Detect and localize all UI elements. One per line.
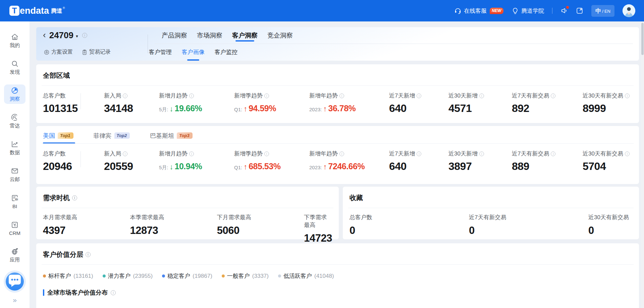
info-icon[interactable]: i bbox=[86, 252, 91, 257]
subtab-customer-management[interactable]: 客户管理 bbox=[149, 44, 172, 61]
info-icon[interactable]: i bbox=[339, 151, 344, 156]
legend-label: 标杆客户 bbox=[48, 272, 71, 280]
country-tab-usa[interactable]: 美国 Top1 bbox=[43, 132, 73, 143]
trend-value: Q1: ↑ 685.53% bbox=[234, 162, 309, 171]
plan-info-icon[interactable]: i bbox=[82, 33, 87, 38]
subtab-customer-profile[interactable]: 客户画像 bbox=[182, 44, 205, 61]
stat-label-text: 下季需求最高 bbox=[304, 213, 332, 229]
stat-label-text: 新入局 bbox=[104, 92, 121, 100]
stat-label-text: 本月需求最高 bbox=[43, 213, 77, 221]
sidebar-item-apps[interactable]: 应用 bbox=[4, 245, 25, 265]
sidebar-item-insight[interactable]: 洞察 bbox=[4, 84, 25, 104]
sidebar-collapse-toggle[interactable]: » bbox=[13, 296, 17, 303]
stat-fav-total: 总客户数 0 bbox=[350, 213, 469, 237]
info-icon[interactable]: i bbox=[264, 151, 269, 156]
lang-separator: / bbox=[602, 9, 603, 14]
info-icon[interactable]: i bbox=[123, 94, 127, 98]
expand-icon bbox=[576, 7, 583, 14]
tab-customer-insight[interactable]: 客户洞察 bbox=[232, 27, 258, 44]
info-icon[interactable]: i bbox=[189, 151, 194, 156]
info-icon[interactable]: i bbox=[479, 94, 484, 98]
subheading-text: 全球市场客户价值分布 bbox=[47, 289, 108, 297]
stat-label: 新入局 i bbox=[104, 92, 159, 100]
sidebar-item-bi[interactable]: BI BI bbox=[4, 192, 25, 211]
bi-report-icon: BI bbox=[11, 194, 19, 202]
country-tab-philippines[interactable]: 菲律宾 Top2 bbox=[94, 132, 130, 143]
info-icon[interactable]: i bbox=[264, 94, 269, 98]
info-icon[interactable]: i bbox=[551, 94, 555, 98]
section-title-text: 收藏 bbox=[350, 193, 363, 202]
sidebar-item-mail[interactable]: 云邮 bbox=[4, 165, 25, 184]
chevron-down-icon[interactable]: ▼ bbox=[75, 34, 79, 38]
info-icon[interactable]: i bbox=[479, 151, 484, 156]
online-service-label: 在线客服 bbox=[464, 7, 487, 15]
stat-value: 5704 bbox=[583, 160, 632, 173]
global-market-distribution-heading: 全球市场客户价值分布 i bbox=[42, 289, 634, 297]
stat-total-customers: 总客户数 101315 bbox=[43, 91, 104, 115]
academy-button[interactable]: 腾道学院 bbox=[512, 7, 544, 15]
back-chevron-icon[interactable]: ‹ bbox=[43, 30, 46, 39]
stat-label-text: 近30天有新交易 bbox=[588, 213, 629, 221]
subtab-customer-monitor[interactable]: 客户监控 bbox=[215, 44, 237, 61]
stat-label: 新增月趋势 i bbox=[159, 92, 234, 100]
info-icon[interactable]: i bbox=[625, 94, 630, 98]
sidebar-label: 应用 bbox=[10, 257, 20, 263]
trend-percent: 94.59% bbox=[249, 104, 276, 113]
info-icon[interactable]: i bbox=[72, 195, 77, 200]
info-icon[interactable]: i bbox=[189, 94, 194, 98]
stat-yearly-trend: 新增年趋势 i 2023: ↑ 36.78% bbox=[309, 91, 389, 115]
info-icon[interactable]: i bbox=[625, 151, 630, 156]
sidebar-item-discover[interactable]: 发现 bbox=[4, 58, 25, 77]
subtab-label: 客户画像 bbox=[182, 48, 205, 56]
tab-product-insight[interactable]: 产品洞察 bbox=[162, 27, 187, 44]
info-icon[interactable]: i bbox=[417, 94, 421, 98]
info-icon[interactable]: i bbox=[339, 94, 344, 98]
legend-general-customers[interactable]: 一般客户 (3337) bbox=[222, 272, 269, 280]
trend-value: 5月: ↓ 10.94% bbox=[159, 162, 234, 171]
language-switcher[interactable]: 中 / EN bbox=[591, 5, 614, 17]
sidebar-item-data[interactable]: 数据 bbox=[4, 138, 25, 158]
info-icon[interactable]: i bbox=[111, 290, 116, 295]
sidebar-item-mine[interactable]: 我的 bbox=[4, 31, 25, 50]
legend-benchmark-customers[interactable]: 标杆客户 (13161) bbox=[43, 272, 93, 280]
sidebar-item-radar[interactable]: 雷达 bbox=[4, 111, 25, 131]
scrollbar-thumb[interactable] bbox=[641, 23, 644, 55]
stat-new-trade-7d: 近7天有新交易 i 892 bbox=[512, 91, 583, 115]
header-actions: 在线客服 NEW 腾道学院 bbox=[454, 4, 644, 17]
trade-records-button[interactable]: 贸易记录 bbox=[82, 49, 111, 56]
tab-competitor-insight[interactable]: 竞企洞察 bbox=[267, 27, 293, 44]
online-service-button[interactable]: 在线客服 NEW bbox=[454, 7, 503, 15]
sidebar-item-crm[interactable]: CRM bbox=[4, 219, 25, 238]
tendata-logo[interactable]: T endata 腾道 ® bbox=[9, 6, 65, 16]
vertical-scrollbar[interactable] bbox=[641, 21, 644, 308]
trend-percent: 19.66% bbox=[175, 104, 202, 113]
country-tab-pakistan[interactable]: 巴基斯坦 Top3 bbox=[150, 132, 193, 143]
logo-text: endata bbox=[20, 6, 49, 16]
trend-prefix: Q1: bbox=[234, 165, 242, 170]
chat-support-fab[interactable] bbox=[6, 272, 24, 291]
legend-dot bbox=[43, 274, 46, 278]
info-icon[interactable]: i bbox=[551, 151, 555, 156]
legend-potential-customers[interactable]: 潜力客户 (23955) bbox=[103, 272, 153, 280]
stat-label: 近7天新增 i bbox=[389, 92, 448, 100]
favorites-card: 收藏 总客户数 0 近7天有新交易 0 近30 bbox=[343, 187, 639, 239]
subtab-label: 客户监控 bbox=[215, 48, 237, 56]
plan-settings-button[interactable]: 方案设置 bbox=[44, 49, 73, 56]
trend-prefix: 5月: bbox=[159, 165, 168, 171]
stat-label-text: 新增季趋势 bbox=[234, 150, 263, 158]
user-avatar[interactable] bbox=[623, 4, 635, 17]
fullscreen-button[interactable] bbox=[576, 7, 583, 14]
announcement-button[interactable] bbox=[560, 7, 568, 14]
plan-id[interactable]: 24709 bbox=[49, 30, 73, 41]
tab-market-insight[interactable]: 市场洞察 bbox=[197, 27, 222, 44]
legend-dot bbox=[103, 274, 106, 278]
new-badge: NEW bbox=[490, 8, 503, 14]
info-icon[interactable]: i bbox=[417, 151, 421, 156]
stat-label-text: 新入局 bbox=[104, 150, 121, 158]
home-icon bbox=[11, 33, 19, 41]
trend-percent: 36.78% bbox=[328, 104, 356, 113]
info-icon[interactable]: i bbox=[123, 151, 127, 156]
stat-fav-trade-7d: 近7天有新交易 0 bbox=[469, 213, 588, 237]
legend-stable-customers[interactable]: 稳定客户 (19867) bbox=[162, 272, 212, 280]
legend-low-activity-customers[interactable]: 低活跃客户 (41048) bbox=[278, 272, 334, 280]
